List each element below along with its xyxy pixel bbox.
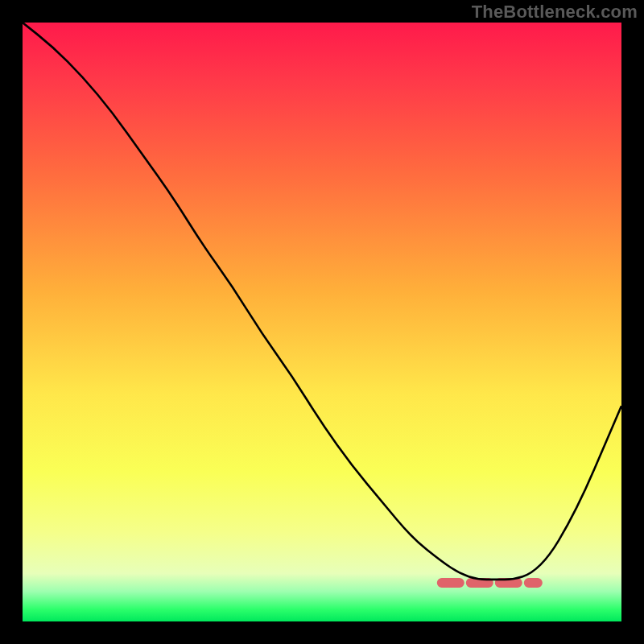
bottleneck-curve-line xyxy=(23,23,621,580)
chart-svg xyxy=(23,23,621,621)
plot-area xyxy=(23,23,621,621)
watermark-text: TheBottleneck.com xyxy=(472,2,638,23)
chart-frame: TheBottleneck.com xyxy=(0,0,644,644)
